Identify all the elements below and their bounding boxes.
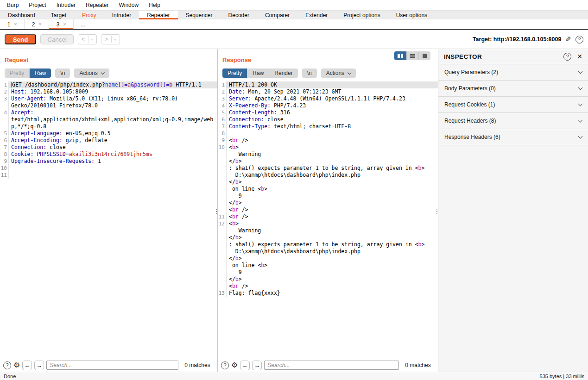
menu-intruder[interactable]: Intruder: [51, 2, 81, 8]
tab-extender[interactable]: Extender: [297, 11, 335, 19]
close-tab-icon[interactable]: ×: [38, 22, 41, 27]
response-panel: Response PrettyRawRender \n Actions 1HTT…: [218, 49, 438, 372]
inspector-sections: Query Parameters (2)Body Parameters (0)R…: [438, 64, 588, 145]
response-metrics: 535 bytes | 33 millis: [540, 374, 584, 379]
menu-help[interactable]: Help: [144, 2, 165, 8]
repeater-tab-3[interactable]: 3×: [49, 19, 74, 29]
request-actions-button[interactable]: Actions: [74, 69, 109, 78]
editor-line: Warning: [218, 227, 438, 234]
line-number: 13: [218, 290, 227, 297]
line-content: text/html,application/xhtml+xml,applicat…: [9, 116, 217, 123]
search-next-button[interactable]: →: [252, 361, 262, 370]
menu-repeater[interactable]: Repeater: [81, 2, 114, 8]
menu-project[interactable]: Project: [24, 2, 51, 8]
panel-splitter-handle[interactable]: [216, 209, 217, 210]
response-actions-button[interactable]: Actions: [321, 69, 356, 78]
request-newline-button[interactable]: \n: [55, 69, 70, 78]
line-content: <br />: [227, 137, 438, 144]
inspector-section-query-parameters-[interactable]: Query Parameters (2): [438, 64, 588, 81]
repeater-tab-bar: 1×2×3×...: [0, 19, 588, 29]
search-settings-icon[interactable]: ⚙: [231, 361, 238, 369]
split-columns-icon[interactable]: [394, 51, 406, 60]
tab-target[interactable]: Target: [43, 11, 74, 19]
panel-splitter-handle[interactable]: [436, 209, 437, 210]
send-button[interactable]: Send: [5, 34, 36, 44]
editor-line: 2Date: Mon, 20 Sep 2021 07:12:23 GMT: [218, 88, 438, 95]
split-rows-icon[interactable]: [406, 51, 418, 60]
inspector-close-icon[interactable]: ✕: [577, 53, 582, 60]
search-next-button[interactable]: →: [34, 361, 44, 370]
request-editor[interactable]: 1GET /dashboard/php/index.php?name[]=a&p…: [0, 81, 217, 359]
editor-line: 3Server: Apache/2.4.48 (Win64) OpenSSL/1…: [218, 95, 438, 102]
inspector-section-request-headers-[interactable]: Request Headers (8): [438, 113, 588, 129]
line-number: 11: [0, 172, 9, 179]
new-tab-button[interactable]: ...: [74, 19, 92, 29]
tab-sequencer[interactable]: Sequencer: [178, 11, 221, 19]
inspector-section-response-headers-[interactable]: Response Headers (6): [438, 129, 588, 145]
repeater-content: Request PrettyRaw \n Actions 1GET /dashb…: [0, 49, 588, 372]
response-render-button[interactable]: Render: [269, 69, 297, 78]
single-pane-icon[interactable]: [418, 51, 430, 60]
editor-line: </b>: [218, 234, 438, 241]
next-request-button[interactable]: >: [101, 34, 120, 44]
line-number: 3: [0, 95, 9, 102]
close-tab-icon[interactable]: ×: [63, 22, 66, 27]
inspector-section-label: Request Cookies (1): [444, 101, 495, 108]
search-help-icon[interactable]: ?: [3, 361, 11, 369]
search-help-icon[interactable]: ?: [221, 361, 229, 369]
edit-target-icon[interactable]: ✎: [565, 35, 571, 44]
inspector-section-request-cookies-[interactable]: Request Cookies (1): [438, 97, 588, 113]
editor-line: 1GET /dashboard/php/index.php?name[]=a&p…: [0, 81, 217, 88]
tab-dashboard[interactable]: Dashboard: [0, 11, 43, 19]
request-pretty-button[interactable]: Pretty: [5, 69, 29, 78]
status-text: Done: [4, 374, 16, 379]
cancel-button[interactable]: Cancel: [40, 34, 74, 44]
repeater-tab-1[interactable]: 1×: [0, 19, 25, 29]
request-match-count: 0 matches: [181, 362, 214, 368]
tab-proxy[interactable]: Proxy: [74, 11, 104, 19]
response-raw-button[interactable]: Raw: [247, 69, 269, 78]
search-prev-button[interactable]: ←: [22, 361, 32, 370]
line-number: [218, 172, 227, 179]
tab-repeater[interactable]: Repeater: [139, 11, 177, 19]
inspector-section-body-parameters-[interactable]: Body Parameters (0): [438, 81, 588, 97]
line-number: [218, 283, 227, 290]
editor-line: on line <b>: [218, 186, 438, 193]
response-newline-button[interactable]: \n: [302, 69, 317, 78]
response-search-input[interactable]: [264, 361, 399, 370]
menu-window[interactable]: Window: [114, 2, 144, 8]
line-content: X-Powered-By: PHP/7.4.23: [227, 102, 438, 109]
tab-project-options[interactable]: Project options: [335, 11, 388, 19]
response-editor[interactable]: 1HTTP/1.1 200 OK2Date: Mon, 20 Sep 2021 …: [218, 81, 438, 359]
tab-comparer[interactable]: Comparer: [257, 11, 297, 19]
search-settings-icon[interactable]: ⚙: [13, 361, 20, 369]
inspector-title: INSPECTOR: [444, 53, 482, 60]
line-content: Connection: close: [9, 144, 217, 151]
editor-line: on line <b>: [218, 262, 438, 269]
line-content: Cookie: PHPSESSID=akaili3i3n14rci7609tjh…: [9, 151, 217, 158]
tab-user-options[interactable]: User options: [388, 11, 435, 19]
tab-intruder[interactable]: Intruder: [104, 11, 139, 19]
line-content: GET /dashboard/php/index.php?name[]=a&pa…: [9, 81, 217, 88]
request-panel-title: Request: [5, 56, 217, 63]
prev-request-button[interactable]: <: [78, 34, 97, 44]
request-search-input[interactable]: [46, 361, 178, 370]
response-pretty-button[interactable]: Pretty: [222, 69, 247, 78]
editor-line: Warning: [218, 151, 438, 158]
status-bar: Done 535 bytes | 33 millis: [0, 372, 588, 380]
inspector-panel: INSPECTOR ? ✕ Query Parameters (2)Body P…: [438, 49, 588, 372]
chevron-down-icon[interactable]: [90, 37, 94, 40]
tab-decoder[interactable]: Decoder: [221, 11, 257, 19]
menu-burp[interactable]: Burp: [2, 2, 24, 8]
search-prev-button[interactable]: ←: [240, 361, 250, 370]
repeater-tab-2[interactable]: 2×: [25, 19, 49, 29]
request-raw-button[interactable]: Raw: [29, 69, 51, 78]
help-icon[interactable]: ?: [575, 36, 583, 44]
close-tab-icon[interactable]: ×: [14, 22, 17, 27]
chevron-down-icon[interactable]: [114, 37, 117, 40]
line-content: <br />: [227, 206, 438, 213]
inspector-help-icon[interactable]: ?: [563, 53, 571, 61]
line-number: 11: [218, 213, 227, 220]
line-number: 7: [218, 123, 227, 130]
inspector-section-label: Query Parameters (2): [444, 69, 498, 75]
